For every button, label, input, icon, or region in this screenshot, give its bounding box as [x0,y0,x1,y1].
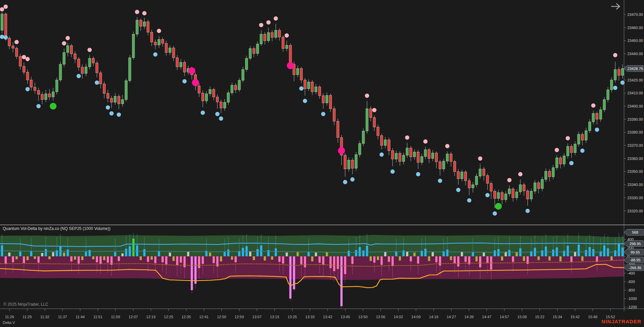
delta-bar [410,256,412,261]
delta-bar [494,251,496,257]
delta-bar [275,248,277,256]
pink-signal-dot [66,36,70,40]
time-axis-label: 14:47 [482,315,492,319]
delta-bar [78,256,80,263]
candle-down [96,63,98,73]
time-axis[interactable]: 11:2611:2911:3211:3711:4411:5111:5912:07… [0,309,644,319]
blue-signal-dot [525,209,530,213]
candle-down [333,109,335,121]
candle-down [399,153,401,161]
delta-bar [307,252,309,256]
time-axis-label: 12:41 [199,315,209,319]
delta-bar [333,256,335,271]
delta-bar [351,256,353,264]
delta-bar [479,256,481,267]
candle-down [439,162,441,169]
delta-bar [154,256,156,263]
pink-signal-dot [365,94,369,98]
candle-up [242,70,244,80]
delta-bar [304,256,306,267]
candle-down [12,46,14,48]
candle-down [19,56,21,66]
delta-bar [118,256,120,261]
blue-signal-dot [456,188,460,192]
delta-bar [446,250,448,256]
time-axis-label: 14:57 [500,315,509,319]
magenta-signal-dot [188,67,195,74]
delta-bar [413,253,415,256]
delta-bar [282,256,284,263]
delta-bar [45,249,47,256]
candle-up [534,183,536,191]
candle-up [59,64,62,80]
time-axis-label: 15:52 [606,315,615,319]
blue-signal-dot [467,198,472,203]
delta-bar [92,256,94,259]
candle-down [162,40,164,44]
candle-up [588,122,591,131]
time-axis-label: 14:27 [447,315,456,319]
candle-down [559,158,562,164]
delta-bar [165,256,167,264]
blue-signal-dot [580,148,585,153]
blue-signal-dot [321,112,325,116]
delta-bar [114,252,116,257]
time-axis-label: 15:48 [588,315,598,319]
candle-up [515,192,518,197]
blue-signal-dot [343,180,347,184]
delta-bar [103,256,105,260]
candle-down [490,183,492,191]
blue-signal-dot [438,179,442,183]
candle-down [435,153,437,162]
candle-up [566,146,569,156]
time-axis-label: 13:15 [270,315,279,319]
delta-axis-label: -1200 [627,305,637,309]
scroll-to-latest-button[interactable] [611,4,620,9]
delta-bar [549,256,551,261]
last-price-badge-text: 23428.75 [627,67,643,71]
delta-bar [370,256,372,261]
candle-up [238,80,240,90]
delta-bar [23,256,25,263]
time-axis-label: 12:35 [181,315,191,319]
candle-down [154,42,156,45]
candle-up [158,40,160,45]
candle-up [614,70,616,80]
candle-up [56,80,58,92]
candle-up [205,94,208,101]
delta-bar [63,253,65,256]
delta-badge-0: 568 [624,229,643,235]
green-signal-dot [495,203,502,210]
price-axis-label: 23460.00 [627,26,643,30]
delta-bar [552,250,554,256]
time-axis-label: 12:59 [235,315,244,319]
price-axis-label: 23330.00 [627,196,643,200]
candle-down [410,148,412,157]
price-axis-label: 23390.00 [627,117,643,121]
candle-up [125,80,127,99]
delta-bar [355,250,357,256]
delta-axis[interactable]: 4002000-200-400-600-800-1000-1200 [624,237,637,309]
delta-bar [213,256,215,263]
delta-bar [578,244,580,256]
chart-canvas[interactable]: 23470.0023460.0023450.0023440.0023430.00… [0,0,644,327]
time-axis-label: 12:07 [129,315,138,319]
delta-bar [483,253,485,256]
blue-signal-dot [493,211,497,216]
time-axis-label: 12:19 [146,315,156,319]
price-axis-label: 23380.00 [627,130,643,134]
time-axis-label: 14:02 [394,315,403,319]
candle-down [468,181,470,188]
candle-down [581,134,583,140]
delta-bar [132,239,134,257]
candle-up [88,59,91,67]
candle-up [505,194,507,200]
candle-up [45,94,47,99]
candle-down [391,150,394,159]
delta-bar [220,256,222,261]
time-axis-label: 11:51 [93,315,103,319]
pink-signal-dot [135,10,139,14]
delta-bar [388,256,390,262]
candle-up [227,93,230,102]
candle-up [592,113,595,122]
